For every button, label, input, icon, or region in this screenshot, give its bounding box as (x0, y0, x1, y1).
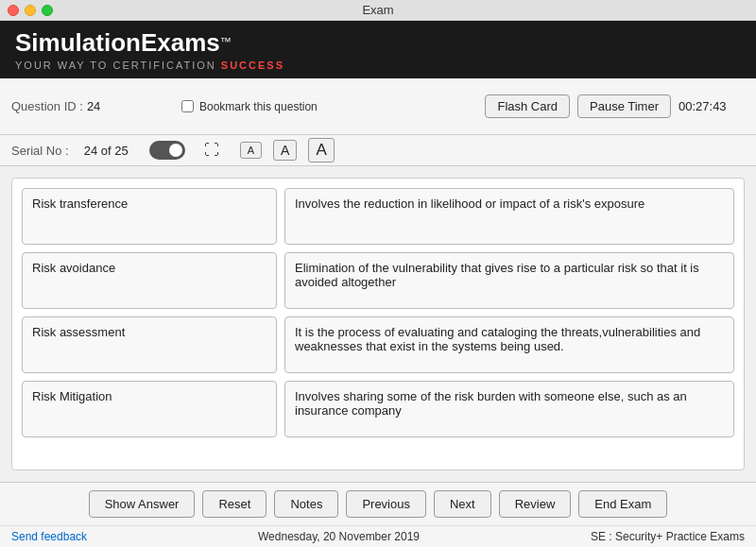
main-content: Risk transferenceInvolves the reduction … (0, 166, 756, 482)
matching-right-1: Elimination of the vulnerability that gi… (284, 252, 734, 309)
footer-date: Wednesday, 20 November 2019 (258, 530, 420, 543)
font-large-button[interactable]: A (308, 138, 334, 162)
info-bar2: Serial No : 24 of 25 ⛶ A A A (0, 135, 756, 166)
header: SimulationExams™ YOUR WAY TO CERTIFICATI… (0, 21, 756, 78)
notes-button[interactable]: Notes (274, 490, 338, 518)
trademark-symbol: ™ (220, 35, 232, 48)
title-bar: Exam (0, 0, 756, 21)
matching-right-2: It is the process of evaluating and cata… (284, 316, 734, 373)
previous-button[interactable]: Previous (346, 490, 426, 518)
matching-right-0: Involves the reduction in likelihood or … (284, 188, 734, 245)
footer: Send feedback Wednesday, 20 November 201… (0, 525, 756, 547)
traffic-lights (8, 5, 53, 16)
controls-right: Flash Card Pause Timer 00:27:43 (485, 94, 745, 118)
bookmark-area: Bookmark this question (181, 100, 466, 113)
send-feedback-link[interactable]: Send feedback (11, 530, 87, 543)
minimize-button[interactable] (25, 5, 36, 16)
logo-area: SimulationExams™ (15, 28, 741, 58)
footer-exam-name: SE : Security+ Practice Exams (591, 530, 745, 543)
close-button[interactable] (8, 5, 19, 16)
serial-no-value: 24 of 25 (84, 144, 129, 158)
tagline-before: YOUR WAY TO CERTIFICATION (15, 60, 221, 71)
content-inner: Risk transferenceInvolves the reduction … (11, 178, 745, 470)
info-bar: Question ID : 24 Bookmark this question … (0, 78, 756, 135)
flash-card-button[interactable]: Flash Card (485, 94, 570, 118)
window-title: Exam (362, 3, 393, 17)
maximize-button[interactable] (42, 5, 53, 16)
review-button[interactable]: Review (499, 490, 572, 518)
matching-right-3: Involves sharing some of the risk burden… (284, 381, 734, 437)
show-answer-button[interactable]: Show Answer (89, 490, 196, 518)
font-medium-button[interactable]: A (273, 140, 297, 161)
font-small-button[interactable]: A (240, 142, 262, 159)
matching-table: Risk transferenceInvolves the reduction … (22, 188, 734, 437)
logo-text: SimulationExams (15, 28, 220, 57)
matching-left-3: Risk Mitigation (22, 381, 277, 437)
question-id-row: Question ID : 24 (11, 99, 163, 113)
fullscreen-icon[interactable]: ⛶ (204, 142, 219, 159)
question-id-value: 24 (87, 99, 100, 113)
question-id-label: Question ID : (11, 99, 83, 113)
matching-left-1: Risk avoidance (22, 252, 277, 309)
matching-row: Risk avoidanceElimination of the vulnera… (22, 252, 734, 309)
matching-row: Risk transferenceInvolves the reduction … (22, 188, 734, 245)
toggle-switch[interactable] (149, 141, 185, 160)
timer-display: 00:27:43 (679, 99, 745, 113)
reset-button[interactable]: Reset (202, 490, 266, 518)
end-exam-button[interactable]: End Exam (578, 490, 667, 518)
serial-no-label: Serial No : (11, 144, 69, 158)
tagline-highlight: SUCCESS (221, 60, 284, 71)
matching-row: Risk assessmentIt is the process of eval… (22, 316, 734, 373)
next-button[interactable]: Next (434, 490, 491, 518)
tagline: YOUR WAY TO CERTIFICATION SUCCESS (15, 60, 741, 71)
bookmark-checkbox[interactable] (181, 100, 194, 112)
question-info: Question ID : 24 (11, 99, 163, 113)
pause-timer-button[interactable]: Pause Timer (577, 94, 671, 118)
bookmark-label: Bookmark this question (199, 100, 318, 113)
matching-left-0: Risk transference (22, 188, 277, 245)
matching-row: Risk MitigationInvolves sharing some of … (22, 381, 734, 437)
bottom-bar: Show Answer Reset Notes Previous Next Re… (0, 482, 756, 525)
matching-left-2: Risk assessment (22, 316, 277, 373)
